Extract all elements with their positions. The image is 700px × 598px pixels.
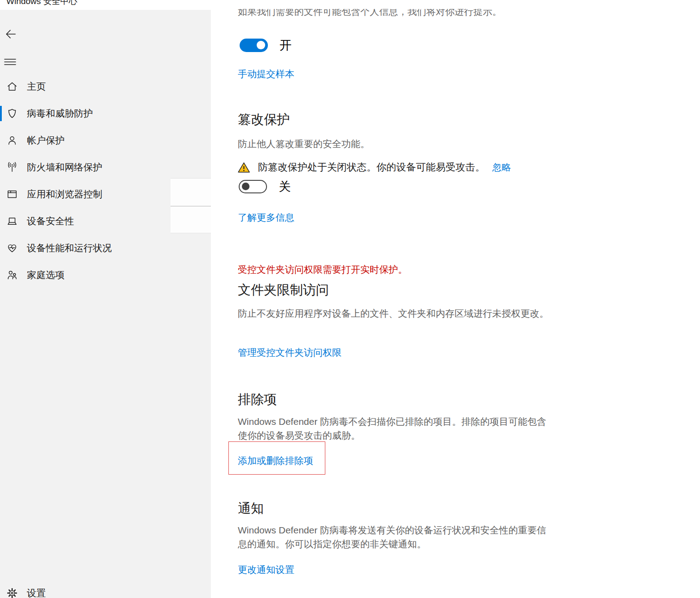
sidebar-item-settings[interactable]: 设置: [0, 578, 211, 598]
laptop-icon: [6, 215, 18, 227]
tamper-warning-text: 防篡改保护处于关闭状态。你的设备可能易受攻击。: [258, 161, 485, 174]
hamburger-icon: [4, 57, 16, 66]
app-window-icon: [6, 188, 18, 200]
toggle-knob: [257, 41, 265, 49]
sidebar-item-label: 应用和浏览器控制: [27, 188, 102, 201]
sidebar-item-firewall-network[interactable]: 防火墙和网络保护: [0, 154, 211, 181]
sample-submission-toggle[interactable]: [240, 39, 268, 52]
gear-icon: [6, 587, 18, 598]
add-remove-exclusions-link[interactable]: 添加或删除排除项: [238, 454, 313, 467]
sidebar-item-label: 病毒和威胁防护: [27, 107, 93, 120]
sidebar-item-account-protection[interactable]: 帐户保护: [0, 127, 211, 154]
clipped-intro-paragraph: 如果我们需要的文件可能包含个人信息，我们将对你进行提示。: [238, 9, 534, 18]
sidebar-item-virus-threat-protection[interactable]: 病毒和威胁防护: [0, 100, 211, 127]
sidebar-item-label: 帐户保护: [27, 134, 65, 147]
sidebar-item-label: 设备安全性: [27, 215, 74, 227]
home-icon: [6, 81, 18, 92]
tamper-warning-row: 防篡改保护处于关闭状态。你的设备可能易受攻击。 忽略: [238, 161, 511, 174]
toggle-state-label: 关: [279, 179, 291, 195]
selected-indicator: [0, 106, 2, 121]
warning-triangle-icon: [238, 162, 250, 173]
tamper-protection-toggle[interactable]: [239, 180, 267, 193]
folder-access-requirement-warning: 受控文件夹访问权限需要打开实时保护。: [238, 263, 407, 276]
person-icon: [6, 135, 18, 146]
back-button[interactable]: [4, 28, 17, 40]
sidebar-item-family-options[interactable]: 家庭选项: [0, 262, 211, 288]
notifications-heading: 通知: [238, 500, 264, 518]
flyout-artifact-top: [171, 178, 211, 206]
exclusions-heading: 排除项: [238, 391, 277, 409]
sidebar: 主页 病毒和威胁防护 帐户保护: [0, 10, 211, 598]
notifications-description: Windows Defender 防病毒将发送有关你的设备运行状况和安全性的重要…: [238, 523, 552, 551]
window-title: Windows 安全中心: [6, 0, 77, 7]
toggle-knob: [242, 183, 249, 190]
heart-pulse-icon: [6, 242, 18, 254]
flyout-artifact-bottom: [171, 206, 211, 233]
main-content: 如果我们需要的文件可能包含个人信息，我们将对你进行提示。 开 手动提交样本 篡改…: [211, 0, 700, 598]
sidebar-item-label: 设备性能和运行状况: [27, 242, 112, 254]
sidebar-item-device-performance-health[interactable]: 设备性能和运行状况: [0, 235, 211, 262]
manage-folder-access-link[interactable]: 管理受控文件夹访问权限: [238, 346, 341, 359]
sidebar-item-label: 防火墙和网络保护: [27, 161, 102, 174]
tamper-protection-description: 防止他人篡改重要的安全功能。: [238, 137, 370, 151]
tamper-protection-toggle-row: 关: [239, 179, 291, 195]
sidebar-item-label: 家庭选项: [27, 269, 65, 281]
sample-submission-toggle-row: 开: [240, 37, 292, 53]
sidebar-item-label: 设置: [27, 587, 46, 598]
sidebar-item-home[interactable]: 主页: [0, 73, 211, 100]
network-beacon-icon: [6, 162, 18, 173]
folder-access-description: 防止不友好应用程序对设备上的文件、文件夹和内存区域进行未授权更改。: [238, 306, 557, 320]
tamper-protection-heading: 篡改保护: [238, 111, 290, 129]
sidebar-item-label: 主页: [27, 80, 46, 93]
folder-access-heading: 文件夹限制访问: [238, 281, 329, 299]
ignore-link[interactable]: 忽略: [492, 161, 511, 174]
shield-icon: [6, 108, 18, 119]
change-notification-settings-link[interactable]: 更改通知设置: [238, 563, 294, 576]
windows-security-window: Windows 安全中心 主页: [0, 0, 700, 598]
toggle-state-label: 开: [280, 37, 292, 53]
family-icon: [6, 269, 18, 281]
submit-sample-link[interactable]: 手动提交样本: [238, 68, 294, 80]
back-arrow-icon: [4, 28, 17, 40]
hamburger-menu-button[interactable]: [4, 57, 17, 70]
exclusions-description: Windows Defender 防病毒不会扫描你已排除的项目。排除的项目可能包…: [238, 415, 552, 442]
learn-more-link[interactable]: 了解更多信息: [238, 211, 294, 224]
